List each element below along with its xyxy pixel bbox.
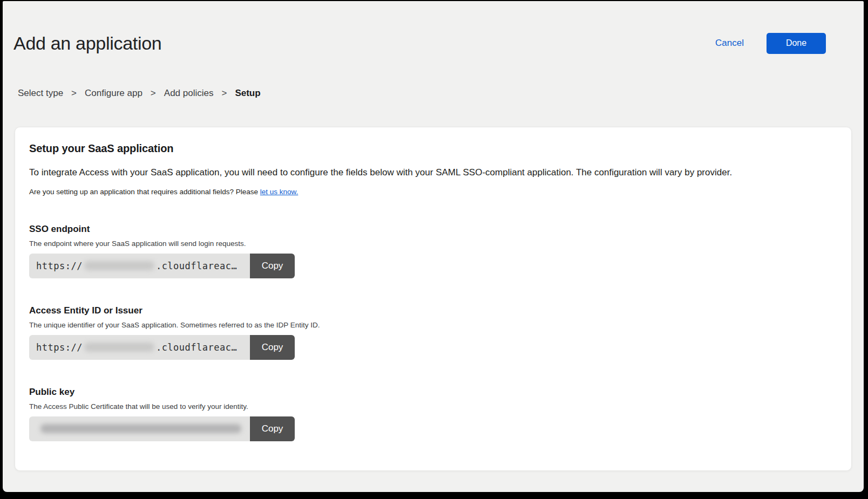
page-header: Add an application Cancel Done xyxy=(3,1,864,54)
access-entity-id-label: Access Entity ID or Issuer xyxy=(29,305,837,316)
page: Add an application Cancel Done Select ty… xyxy=(3,1,864,492)
sso-endpoint-description: The endpoint where your SaaS application… xyxy=(29,240,837,248)
redacted-value-blur xyxy=(84,261,154,270)
breadcrumb-separator: > xyxy=(71,87,77,100)
let-us-know-link[interactable]: let us know. xyxy=(260,188,299,196)
public-key-label: Public key xyxy=(29,387,837,398)
sso-endpoint-group: SSO endpoint The endpoint where your Saa… xyxy=(29,224,837,278)
public-key-value xyxy=(29,416,250,441)
breadcrumb-separator: > xyxy=(151,87,156,100)
cancel-button[interactable]: Cancel xyxy=(715,38,744,49)
sso-endpoint-copy-button[interactable]: Copy xyxy=(250,254,295,278)
access-entity-id-field: https:// .cloudflareac… Copy xyxy=(29,335,295,360)
card-note: Are you setting up an application that r… xyxy=(29,188,837,196)
access-entity-id-group: Access Entity ID or Issuer The unique id… xyxy=(29,305,837,360)
breadcrumb-step-add-policies[interactable]: Add policies xyxy=(164,87,214,100)
access-entity-id-value: https:// .cloudflareac… xyxy=(29,335,250,360)
sso-endpoint-label: SSO endpoint xyxy=(29,224,837,235)
url-suffix: .cloudflareac… xyxy=(156,261,237,271)
setup-card: Setup your SaaS application To integrate… xyxy=(15,127,852,471)
public-key-group: Public key The Access Public Certificate… xyxy=(29,387,837,441)
url-prefix: https:// xyxy=(36,342,83,353)
public-key-copy-button[interactable]: Copy xyxy=(250,416,295,441)
card-heading: Setup your SaaS application xyxy=(29,142,837,155)
access-entity-id-description: The unique identifier of your SaaS appli… xyxy=(29,321,837,329)
card-intro-text: To integrate Access with your SaaS appli… xyxy=(29,167,837,179)
access-entity-id-copy-button[interactable]: Copy xyxy=(250,335,295,360)
sso-endpoint-value: https:// .cloudflareac… xyxy=(29,254,250,278)
public-key-field: Copy xyxy=(29,416,295,441)
breadcrumb-step-select-type[interactable]: Select type xyxy=(18,87,63,100)
note-text: Are you setting up an application that r… xyxy=(29,188,260,196)
breadcrumb-separator: > xyxy=(221,87,227,100)
redacted-value-blur xyxy=(84,343,154,352)
page-title: Add an application xyxy=(13,32,161,54)
header-actions: Cancel Done xyxy=(715,33,826,54)
url-prefix: https:// xyxy=(36,261,83,271)
sso-endpoint-field: https:// .cloudflareac… Copy xyxy=(29,254,295,278)
url-suffix: .cloudflareac… xyxy=(156,342,237,353)
redacted-value-blur xyxy=(40,424,241,433)
breadcrumb-step-configure-app[interactable]: Configure app xyxy=(85,87,143,100)
breadcrumb-step-setup: Setup xyxy=(235,87,260,100)
done-button[interactable]: Done xyxy=(767,33,826,54)
breadcrumb: Select type > Configure app > Add polici… xyxy=(18,87,864,100)
public-key-description: The Access Public Certificate that will … xyxy=(29,402,837,411)
